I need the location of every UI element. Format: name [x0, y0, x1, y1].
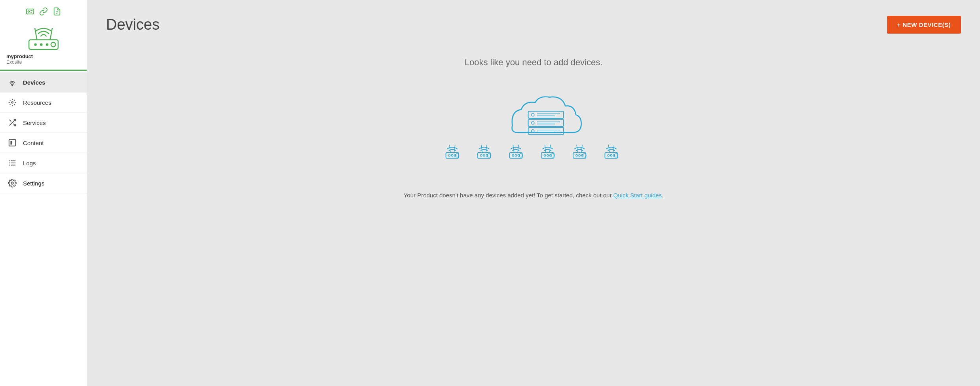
svg-point-14: [11, 102, 13, 103]
svg-rect-8: [29, 40, 58, 49]
svg-line-61: [513, 145, 514, 153]
svg-point-65: [515, 155, 517, 156]
svg-rect-49: [446, 153, 459, 158]
svg-line-83: [613, 145, 614, 153]
svg-line-69: [549, 145, 551, 153]
svg-line-22: [14, 100, 15, 101]
sidebar-item-logs[interactable]: Logs: [0, 153, 87, 173]
logs-label: Logs: [23, 160, 36, 167]
svg-point-78: [576, 155, 577, 156]
svg-point-64: [512, 155, 514, 156]
svg-point-10: [40, 43, 43, 46]
empty-state-heading: Looks like you need to add devices.: [465, 57, 603, 68]
svg-line-55: [486, 145, 487, 153]
svg-line-54: [481, 145, 482, 153]
product-name: myproduct: [6, 53, 80, 59]
resources-icon: [8, 98, 17, 107]
svg-point-12: [51, 42, 55, 47]
description-text: Your Product doesn't have any devices ad…: [404, 192, 664, 199]
logs-icon: [8, 159, 17, 167]
svg-point-50: [448, 155, 450, 156]
svg-point-86: [610, 155, 612, 156]
page-title: Devices: [106, 16, 160, 33]
svg-line-47: [450, 145, 451, 153]
settings-icon: [8, 179, 17, 187]
sidebar: myproduct Exosite Devices Resources: [0, 0, 87, 386]
svg-line-48: [454, 145, 455, 153]
svg-point-1: [28, 11, 29, 12]
main-content: Devices + NEW DEVICE(S) Looks like you n…: [87, 0, 980, 386]
id-icon: [26, 7, 34, 18]
services-icon: [8, 118, 17, 127]
sidebar-item-content[interactable]: Content: [0, 133, 87, 153]
svg-point-36: [532, 114, 534, 116]
devices-icon: [8, 78, 17, 87]
svg-rect-56: [478, 153, 490, 158]
quick-start-link[interactable]: Quick Start guides: [613, 192, 662, 199]
svg-point-58: [483, 155, 485, 156]
svg-rect-43: [528, 127, 564, 134]
content-icon: [8, 138, 17, 147]
nav-menu: Devices Resources Services: [0, 71, 87, 386]
devices-illustration: [435, 79, 632, 180]
empty-state: Looks like you need to add devices.: [106, 49, 961, 199]
svg-point-57: [481, 155, 482, 156]
sidebar-item-resources[interactable]: Resources: [0, 93, 87, 113]
svg-rect-35: [528, 111, 564, 118]
svg-line-7: [50, 28, 52, 40]
svg-point-11: [46, 43, 48, 46]
svg-point-51: [451, 155, 453, 156]
router-logo: [6, 22, 80, 50]
page-header: Devices + NEW DEVICE(S): [106, 16, 961, 34]
svg-line-6: [34, 28, 37, 40]
svg-line-21: [10, 104, 11, 105]
svg-line-76: [581, 145, 583, 153]
svg-point-71: [544, 155, 545, 156]
svg-point-13: [12, 85, 13, 86]
svg-point-9: [34, 43, 37, 46]
svg-point-72: [547, 155, 548, 156]
sidebar-item-services[interactable]: Services: [0, 113, 87, 133]
svg-rect-63: [509, 153, 522, 158]
svg-rect-39: [528, 119, 564, 127]
svg-line-25: [9, 120, 11, 122]
doc-icon: [53, 7, 61, 18]
services-label: Services: [23, 119, 46, 126]
resources-label: Resources: [23, 99, 51, 106]
svg-rect-84: [605, 153, 617, 158]
svg-line-62: [518, 145, 519, 153]
svg-line-20: [14, 104, 15, 105]
svg-rect-77: [573, 153, 586, 158]
sidebar-header: myproduct Exosite: [0, 0, 87, 71]
svg-point-40: [532, 121, 534, 124]
new-device-button[interactable]: + NEW DEVICE(S): [887, 16, 961, 34]
svg-rect-27: [10, 141, 12, 144]
header-icon-row: [6, 7, 80, 18]
link-icon: [39, 7, 48, 18]
svg-rect-70: [541, 153, 554, 158]
svg-point-79: [579, 155, 580, 156]
svg-point-34: [11, 182, 13, 184]
sidebar-item-devices[interactable]: Devices: [0, 72, 87, 93]
svg-point-85: [608, 155, 609, 156]
company-name: Exosite: [6, 59, 80, 65]
settings-label: Settings: [23, 180, 44, 187]
content-label: Content: [23, 140, 44, 146]
svg-line-75: [577, 145, 578, 153]
svg-line-82: [608, 145, 610, 153]
svg-line-19: [10, 100, 11, 101]
sidebar-item-settings[interactable]: Settings: [0, 173, 87, 193]
svg-line-68: [545, 145, 546, 153]
devices-label: Devices: [23, 79, 46, 86]
